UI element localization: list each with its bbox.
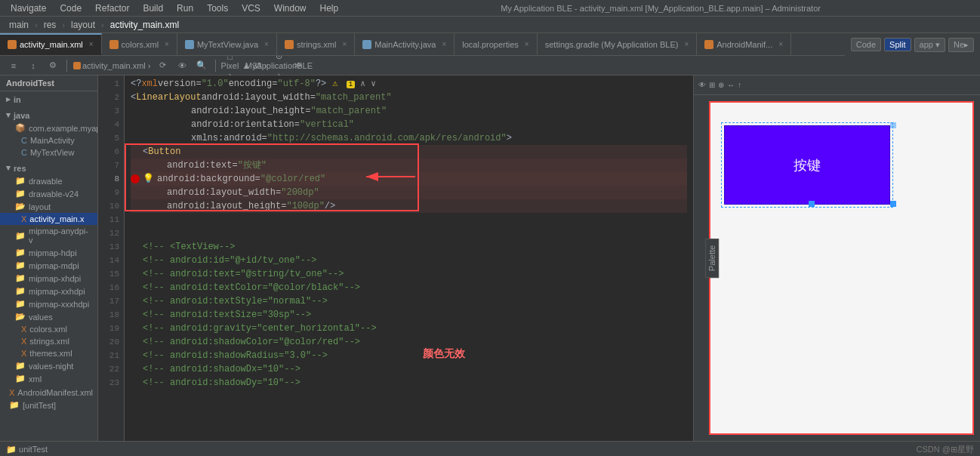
preview-handle-top-right[interactable] <box>890 122 896 128</box>
preview-eye-btn[interactable]: 👁 <box>174 59 190 72</box>
preview-toolbar: 👁 ⊞ ⊕ ↔ ↑ <box>694 75 980 95</box>
menu-window[interactable]: Window <box>268 2 313 15</box>
preview-refresh-btn[interactable]: ⟳ <box>155 59 170 72</box>
code-line-5: xmlns:android="http://schemas.android.co… <box>131 131 687 145</box>
tab-settings[interactable]: settings.gradle (My Application BLE) × <box>538 33 698 55</box>
tab-close-settings[interactable]: × <box>684 40 689 48</box>
top-right-toolbar: Code Split app ▾ Ne▸ <box>845 33 980 56</box>
breadcrumb-bar: main › res › layout › activity_main.xml <box>0 17 980 33</box>
menu-tools[interactable]: Tools <box>201 2 234 15</box>
tab-strings[interactable]: strings.xml × <box>277 33 355 55</box>
code-comment-21: <!-- android:shadowRadius="3.0"--> <box>143 349 328 362</box>
sidebar-item-in[interactable]: ▸ in <box>0 93 97 106</box>
sidebar-item-unittest[interactable]: 📁 [unitTest] <box>0 399 97 411</box>
tab-close-strings[interactable]: × <box>342 40 347 48</box>
menu-build[interactable]: Build <box>137 2 169 15</box>
next-btn[interactable]: Ne▸ <box>948 38 974 52</box>
tab-close-activity-main[interactable]: × <box>89 40 94 48</box>
status-path: 📁 unitTest <box>6 445 48 454</box>
breadcrumb-res[interactable]: res <box>41 20 60 30</box>
preview-button-element[interactable]: 按键 <box>724 125 890 205</box>
view-split-btn[interactable]: Split <box>884 38 911 51</box>
preview-button-text: 按键 <box>794 156 821 174</box>
sidebar-item-mipmap-mdpi[interactable]: 📁 mipmap-mdpi <box>0 259 97 272</box>
sidebar-xml-icon-strings: X <box>21 337 26 346</box>
sidebar-item-mipmap-xxxhdpi[interactable]: 📁 mipmap-xxxhdpi <box>0 297 97 310</box>
sidebar-item-mipmap-xxhdpi[interactable]: 📁 mipmap-xxhdpi <box>0 285 97 297</box>
line-num-2: 2 <box>98 91 124 104</box>
preview-handle-bottom-right2[interactable] <box>890 201 896 207</box>
sidebar-item-java[interactable]: ▾ java <box>0 109 97 122</box>
preview-zoom-btn[interactable]: 🔍 <box>194 59 209 72</box>
tab-close-localprops[interactable]: × <box>525 40 529 48</box>
sidebar-item-values-night[interactable]: 📁 values-night <box>0 359 97 372</box>
preview-grid-icon[interactable]: ⊞ <box>709 81 715 89</box>
sidebar-item-themes-xml[interactable]: X themes.xml <box>0 347 97 359</box>
code-val-lh: "match_parent" <box>310 104 387 118</box>
tab-activity-main[interactable]: activity_main.xml × <box>0 33 102 55</box>
preview-arrow-icon[interactable]: ↑ <box>738 81 741 89</box>
preview-handle-bottom-right[interactable] <box>809 201 815 207</box>
tab-mainactivity[interactable]: MainActivity.java × <box>355 33 455 55</box>
preview-cursor-icon[interactable]: ⊕ <box>718 81 724 89</box>
code-content[interactable]: <?xml version="1.0" encoding="utf-8" ?> … <box>125 75 693 441</box>
sidebar-folder-icon-mipmapmdpi: 📁 <box>15 260 26 270</box>
tab-close-mainactivity[interactable]: × <box>442 40 446 48</box>
preview-app-btn[interactable]: ⊙ MyApplicationBLE › <box>271 59 286 72</box>
sidebar-item-mipmap-xhdpi[interactable]: 📁 mipmap-xhdpi <box>0 272 97 285</box>
sidebar-item-activity-main-xml[interactable]: X activity_main.x <box>0 213 97 225</box>
sidebar-item-mipmap-anydpi[interactable]: 📁 mipmap-anydpi-v <box>0 225 97 246</box>
toolbar-align-btn[interactable]: ≡ <box>6 59 21 72</box>
menu-navigate[interactable]: Navigate <box>5 2 52 15</box>
sidebar-xml-icon-activitymain: X <box>21 214 26 223</box>
editor-area[interactable]: 1 2 3 4 5 6 7 8 9 10 11 12 13 14 15 16 1… <box>98 75 693 441</box>
toolbar-settings-btn[interactable]: ⚙ <box>45 59 60 72</box>
code-line-4: android:orientation="vertical" <box>131 118 687 131</box>
sidebar-item-mipmap-hdpi[interactable]: 📁 mipmap-hdpi <box>0 246 97 259</box>
line-num-1: 1 <box>98 77 124 91</box>
preview-canvas[interactable]: 按键 <box>709 101 974 435</box>
code-line-9: android:layout_width="200dp" <box>131 186 687 199</box>
preview-link-icon[interactable]: ↔ <box>727 81 735 89</box>
menu-refactor[interactable]: Refactor <box>89 2 135 15</box>
palette-label[interactable]: Palette <box>705 239 719 278</box>
menu-run[interactable]: Run <box>171 2 199 15</box>
sidebar-item-drawable[interactable]: 📁 drawable <box>0 174 97 187</box>
toolbar-indent-btn[interactable]: ↕ <box>26 59 41 72</box>
preview-device-btn[interactable]: □ Pixel › <box>222 59 237 72</box>
tab-icon-xml <box>8 40 17 49</box>
sidebar-item-xml[interactable]: 📁 xml <box>0 372 97 385</box>
sidebar-item-layout[interactable]: 📂 layout <box>0 200 97 213</box>
tab-localprops[interactable]: local.properties × <box>455 33 537 55</box>
sidebar-item-mainactivity[interactable]: C MainActivity <box>0 134 97 146</box>
tab-mytextview[interactable]: MyTextView.java × <box>177 33 277 55</box>
warning-nav-down[interactable]: ∨ <box>371 79 376 88</box>
tab-close-mytextview[interactable]: × <box>264 40 269 48</box>
sidebar-item-package[interactable]: 📦 com.example.myap <box>0 122 97 134</box>
tab-colors[interactable]: colors.xml × <box>102 33 177 55</box>
breadcrumb-layout[interactable]: layout <box>68 20 98 30</box>
sidebar-item-strings-xml[interactable]: X strings.xml <box>0 335 97 347</box>
tab-androidmanifest[interactable]: AndroidManif... × <box>697 33 791 55</box>
tab-close-colors[interactable]: × <box>165 40 169 48</box>
preview-eye-icon[interactable]: 👁 <box>698 81 706 89</box>
menu-vcs[interactable]: VCS <box>236 2 267 15</box>
sidebar-item-drawable-v24[interactable]: 📁 drawable-v24 <box>0 187 97 200</box>
sidebar-item-values[interactable]: 📂 values <box>0 310 97 323</box>
editor-toolbar: ≡ ↕ ⚙ activity_main.xml › ⟳ 👁 🔍 □ Pixel … <box>0 56 980 75</box>
view-code-btn[interactable]: Code <box>851 38 881 51</box>
code-val-width: "200dp" <box>281 186 319 199</box>
warning-nav-up[interactable]: ∧ <box>360 79 365 88</box>
sidebar-item-res[interactable]: ▾ res <box>0 162 97 174</box>
preview-more-btn[interactable]: ≫ <box>291 59 306 72</box>
sidebar-item-androidmanifest[interactable]: X AndroidManifest.xml <box>0 387 97 399</box>
app-dropdown[interactable]: app ▾ <box>914 38 945 52</box>
breadcrumb-main[interactable]: main <box>6 20 32 30</box>
sidebar-item-colors-xml[interactable]: X colors.xml <box>0 323 97 335</box>
breadcrumb-file[interactable]: activity_main.xml <box>107 20 182 30</box>
menu-code[interactable]: Code <box>54 2 88 15</box>
sidebar-item-mytextview[interactable]: C MyTextView <box>0 146 97 159</box>
tab-close-androidmanifest[interactable]: × <box>778 40 783 48</box>
sidebar-folder-icon-mipmapxhdpi: 📁 <box>15 273 26 283</box>
menu-help[interactable]: Help <box>314 2 345 15</box>
